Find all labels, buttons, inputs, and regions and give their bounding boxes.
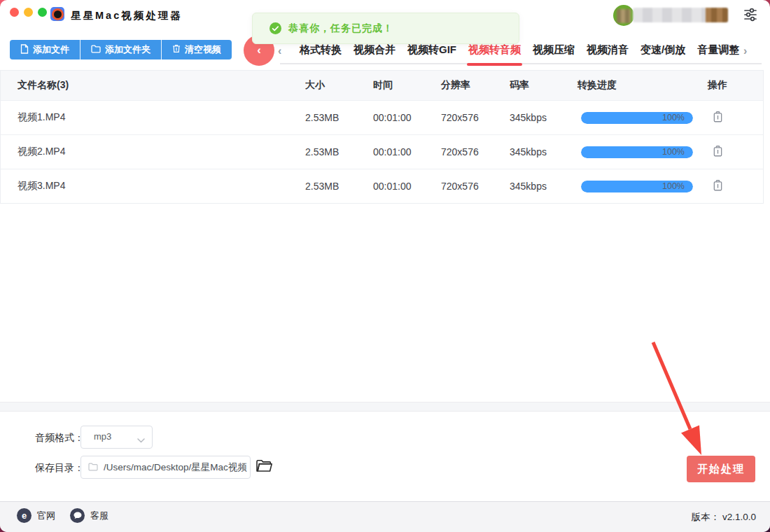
file-time: 00:01:00 [373,181,441,192]
chevron-down-icon [137,433,145,446]
version-text: 版本： v2.1.0.0 [692,511,756,524]
audio-format-select[interactable]: mp3 [80,426,153,449]
audio-format-value: mp3 [94,431,111,442]
file-icon [20,44,29,56]
panel-divider [0,402,770,412]
file-table: 文件名称(3) 大小 时间 分辨率 码率 转换进度 操作 视频1.MP4 2.5… [0,70,764,204]
browse-folder-button[interactable] [255,458,273,475]
col-resolution: 分辨率 [441,79,510,92]
start-processing-button[interactable]: 开始处理 [687,456,755,482]
folder-icon [91,45,101,55]
app-window: 星星Mac视频处理器 添加文件 添加文件夹 [0,0,770,532]
progress-value: 100% [662,146,685,158]
tab-video-mute[interactable]: 视频消音 [587,43,629,64]
table-header-row: 文件名称(3) 大小 时间 分辨率 码率 转换进度 操作 [1,71,763,100]
tab-video-to-gif[interactable]: 视频转GIF [407,43,456,64]
file-name: 视频2.MP4 [1,146,305,158]
progress-value: 100% [662,112,685,124]
table-row: 视频2.MP4 2.53MB 00:01:00 720x576 345kbps … [1,134,763,169]
file-resolution: 720x576 [441,181,510,192]
file-name: 视频1.MP4 [1,111,305,124]
col-time: 时间 [373,79,441,92]
zoom-window-button[interactable] [38,8,47,17]
add-file-label: 添加文件 [33,43,69,56]
tab-video-merge[interactable]: 视频合并 [354,43,396,64]
version-value: v2.1.0.0 [722,512,756,522]
audio-format-label: 音频格式： [35,432,84,444]
clear-videos-button[interactable]: 清空视频 [162,40,232,59]
progress-bar: 100% [581,112,693,124]
file-size: 2.53MB [305,112,373,123]
official-site-label: 官网 [37,510,55,522]
delete-row-button[interactable] [709,109,726,126]
tabs-scroll-right-icon[interactable]: › [743,45,747,57]
settings-sliders-icon[interactable] [742,6,759,23]
file-bitrate: 345kbps [510,146,578,158]
table-row: 视频3.MP4 2.53MB 00:01:00 720x576 345kbps … [1,169,763,203]
progress-bar: 100% [581,146,693,158]
clear-videos-label: 清空视频 [185,43,221,56]
official-site-link[interactable]: e 官网 [17,508,55,523]
minimize-window-button[interactable] [24,8,33,17]
save-dir-value: /Users/mac/Desktop/星星Mac视频 [104,461,247,474]
tabs-scroll-left-icon[interactable]: ‹ [278,45,281,57]
file-bitrate: 345kbps [510,112,578,123]
add-folder-label: 添加文件夹 [105,43,150,56]
toast-message: 恭喜你，任务已完成！ [288,22,393,35]
close-window-button[interactable] [10,8,19,17]
file-name: 视频3.MP4 [1,180,305,192]
col-size: 大小 [305,79,373,92]
blurred-username [633,8,728,22]
file-bitrate: 345kbps [510,181,578,192]
col-filename: 文件名称(3) [1,79,305,92]
support-label: 客服 [90,510,108,522]
chat-bubble-icon [70,508,85,523]
feature-tabs: 格式转换 视频合并 视频转GIF 视频转音频 视频压缩 视频消音 变速/倒放 音… [300,43,739,64]
delete-row-button[interactable] [709,178,726,195]
col-progress: 转换进度 [578,79,708,92]
tab-format-convert[interactable]: 格式转换 [300,43,342,64]
file-resolution: 720x576 [441,146,510,158]
file-resolution: 720x576 [441,112,510,123]
success-check-icon [270,22,281,34]
file-button-group: 添加文件 添加文件夹 清空视频 [10,40,232,59]
app-title: 星星Mac视频处理器 [71,9,183,22]
table-row: 视频1.MP4 2.53MB 00:01:00 720x576 345kbps … [1,100,763,134]
support-link[interactable]: 客服 [70,508,108,523]
app-logo-icon [50,7,64,21]
success-toast: 恭喜你，任务已完成！ [252,13,519,44]
folder-small-icon [88,461,98,474]
delete-row-button[interactable] [709,144,726,160]
tab-video-to-audio[interactable]: 视频转音频 [468,43,521,64]
file-time: 00:01:00 [373,146,441,158]
tab-video-compress[interactable]: 视频压缩 [533,43,575,64]
add-folder-button[interactable]: 添加文件夹 [80,40,162,59]
browser-e-icon: e [17,508,31,523]
col-action: 操作 [708,79,763,92]
file-size: 2.53MB [305,181,373,192]
footer-bar: e 官网 客服 版本： v2.1.0.0 [0,501,770,532]
progress-value: 100% [662,181,685,192]
tab-volume-adjust[interactable]: 音量调整 [697,43,739,64]
version-label: 版本： [692,512,720,522]
col-bitrate: 码率 [510,79,578,92]
file-size: 2.53MB [305,146,373,158]
save-dir-label: 保存目录： [35,462,84,475]
add-file-button[interactable]: 添加文件 [10,40,80,59]
save-dir-input[interactable]: /Users/mac/Desktop/星星Mac视频 [80,456,251,479]
progress-bar: 100% [581,181,693,192]
tab-speed-reverse[interactable]: 变速/倒放 [640,43,685,64]
user-avatar[interactable] [613,5,634,26]
trash-icon [172,44,181,55]
file-time: 00:01:00 [373,112,441,123]
